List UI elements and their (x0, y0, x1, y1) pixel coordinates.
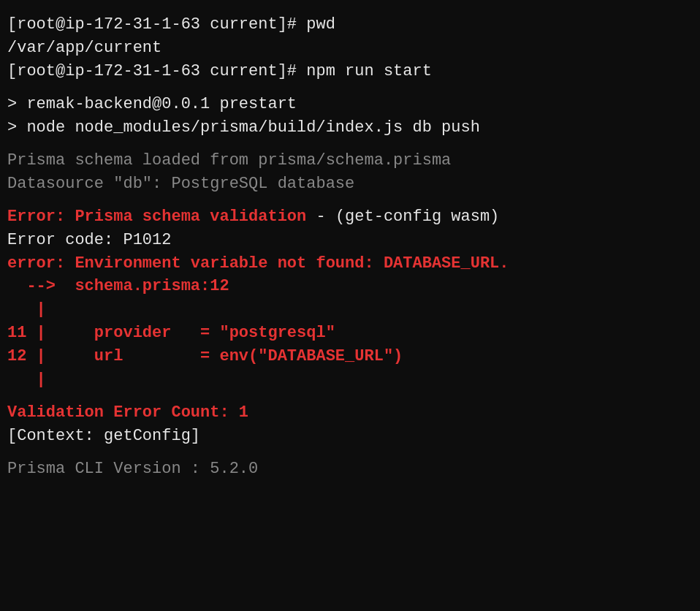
command: pwd (306, 15, 335, 34)
schema-ref-line: --> schema.prisma:12 (7, 275, 693, 298)
validation-error-count: Validation Error Count: 1 (7, 401, 693, 425)
prompt: [root@ip-172-31-1-63 current]# (7, 62, 306, 80)
terminal-line: /var/app/current (7, 37, 693, 60)
terminal-line: [root@ip-172-31-1-63 current]# pwd (7, 13, 693, 37)
schema-pipe-bottom: | (7, 368, 693, 392)
blank-line (7, 196, 693, 205)
command: npm run start (306, 62, 432, 80)
error-label: Error: Prisma schema validation (7, 208, 306, 226)
blank-line (7, 392, 693, 401)
schema-line-11: 11 | provider = "postgresql" (7, 322, 693, 345)
prisma-schema-info: Prisma schema loaded from prisma/schema.… (7, 149, 693, 172)
terminal-window: [root@ip-172-31-1-63 current]# pwd /var/… (7, 13, 693, 598)
blank-line (7, 140, 693, 149)
schema-line-12: 12 | url = env("DATABASE_URL") (7, 345, 693, 368)
datasource-info: Datasource "db": PostgreSQL database (7, 172, 693, 196)
schema-pipe-top: | (7, 298, 693, 322)
env-error-line: error: Environment variable not found: D… (7, 252, 693, 276)
error-line-main: Error: Prisma schema validation - (get-c… (7, 205, 693, 229)
error-code-line: Error code: P1012 (7, 229, 693, 252)
error-suffix: - (get-config wasm) (306, 208, 499, 226)
blank-line (7, 83, 693, 93)
prisma-version: Prisma CLI Version : 5.2.0 (7, 458, 693, 481)
prompt: [root@ip-172-31-1-63 current]# (7, 15, 306, 34)
blank-line (7, 448, 693, 458)
terminal-line: [root@ip-172-31-1-63 current]# npm run s… (7, 60, 693, 83)
context-line: [Context: getConfig] (7, 425, 693, 448)
terminal-line: > node node_modules/prisma/build/index.j… (7, 116, 693, 140)
terminal-line: > remak-backend@0.0.1 prestart (7, 93, 693, 116)
